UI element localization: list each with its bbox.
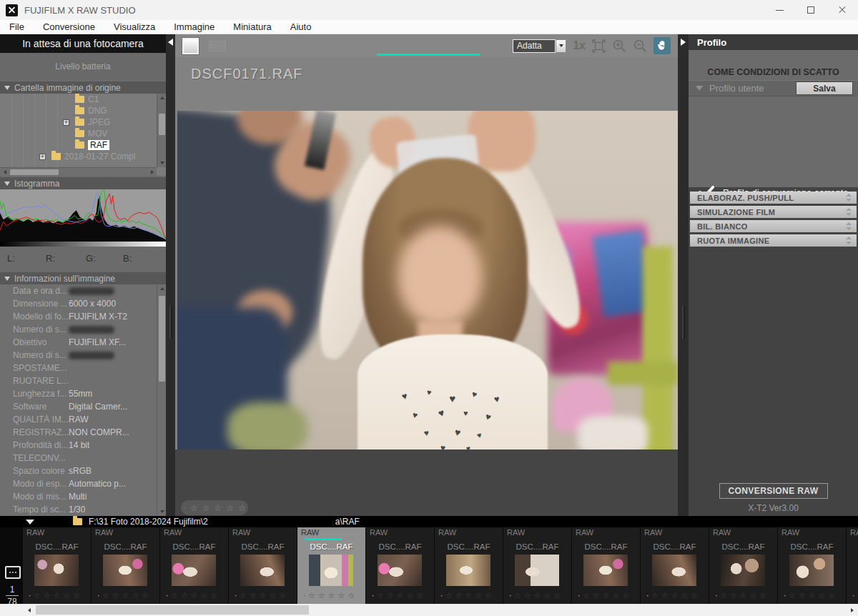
thumbnail-image[interactable] <box>240 555 285 586</box>
star-icon[interactable]: ☆ <box>818 591 825 600</box>
star-icon[interactable]: ☆ <box>190 503 198 513</box>
zoom-100-button[interactable]: 1x <box>573 39 585 53</box>
thumbnail-rating[interactable]: ·☆☆☆☆☆ <box>92 591 159 600</box>
thumbnail-cell[interactable]: RAWDSC....RAF·☆☆☆☆☆ <box>92 527 159 604</box>
scroll-right-arrow[interactable] <box>846 604 858 616</box>
thumbnail-image[interactable] <box>378 555 422 586</box>
menu-item-file[interactable]: File <box>0 20 34 34</box>
star-icon[interactable]: ☆ <box>132 591 139 600</box>
star-icon[interactable]: ☆ <box>612 591 619 600</box>
thumbnail-rating[interactable]: ·☆☆☆☆☆ <box>297 591 365 600</box>
thumbnail-image[interactable] <box>309 555 353 586</box>
star-icon[interactable]: ☆ <box>171 591 178 600</box>
thumbnail-rating[interactable]: ·☆☆☆☆☆ <box>709 591 777 600</box>
star-icon[interactable]: ☆ <box>202 503 210 513</box>
star-icon[interactable]: ☆ <box>534 591 541 600</box>
star-icon[interactable]: ☆ <box>455 591 463 600</box>
star-icon[interactable]: ☆ <box>34 591 41 600</box>
zoom-mode-select[interactable]: Adatta <box>513 39 566 53</box>
before-after-compare-button[interactable]: B A <box>209 41 226 51</box>
fit-screen-button[interactable] <box>591 39 606 53</box>
thumbnail-cell[interactable]: RAWDSC....RAF·☆☆☆☆☆ <box>503 527 571 604</box>
scroll-down-arrow[interactable] <box>157 507 166 516</box>
star-icon[interactable]: ☆ <box>260 591 267 600</box>
thumbnail-image[interactable] <box>172 555 216 586</box>
thumbnail-rating[interactable]: ·☆☆☆☆☆ <box>435 591 503 600</box>
collapse-left-panel-arrow-icon[interactable] <box>168 39 173 46</box>
tree-item-mov[interactable]: MOV <box>0 128 157 139</box>
scroll-left-arrow[interactable] <box>23 604 35 616</box>
thumbnail-cell[interactable]: RAWDSC....RAF·☆☆☆☆☆ <box>160 527 228 604</box>
thumbnail-grid-button[interactable] <box>5 566 21 579</box>
thumbnail-rating[interactable]: ·☆☆☆☆☆ <box>366 591 434 600</box>
star-icon[interactable]: ☆ <box>651 591 659 600</box>
scroll-up-arrow[interactable] <box>157 94 166 102</box>
star-icon[interactable]: ☆ <box>553 591 561 600</box>
star-icon[interactable]: ☆ <box>789 591 796 600</box>
thumbnail-rating[interactable]: ·☆☆☆☆☆ <box>23 591 91 600</box>
adjustment-bar-bil-bianco[interactable]: BIL. BIANCO <box>690 220 857 232</box>
adjustment-bar-elaboraz-push-pull[interactable]: ELABORAZ. PUSH/PULL <box>690 192 857 204</box>
user-profile-row[interactable]: Profilo utente Salva <box>689 80 858 96</box>
thumbnail-cell[interactable]: RAWDSC....RAF·☆☆☆☆☆ <box>778 527 846 604</box>
star-icon[interactable]: ☆ <box>583 591 590 600</box>
star-icon[interactable]: ☆ <box>681 591 688 600</box>
tree-item-jpeg[interactable]: +JPEG <box>0 116 157 128</box>
divider-drag-handle[interactable] <box>169 306 172 339</box>
star-icon[interactable]: ☆ <box>720 591 727 600</box>
expand-plus-icon[interactable]: + <box>39 154 46 160</box>
star-icon[interactable]: ☆ <box>416 591 423 600</box>
thumbnail-cell[interactable]: RAWDSC....RAF·☆☆☆☆☆ <box>297 527 365 604</box>
thumbnail-rating[interactable]: ·☆☆☆☆☆ <box>503 591 571 600</box>
star-icon[interactable]: ☆ <box>240 591 247 600</box>
scroll-up-arrow[interactable] <box>157 284 166 293</box>
star-icon[interactable]: ☆ <box>318 591 325 600</box>
scroll-thumb[interactable] <box>159 296 165 382</box>
menu-item-aiuto[interactable]: Aiuto <box>281 20 321 34</box>
star-icon[interactable]: ☆ <box>671 591 679 600</box>
thumbnail-cell[interactable]: RAWDSC....RAF·☆☆☆☆☆ <box>435 527 503 604</box>
thumbnail-rating[interactable]: ·☆☆☆☆☆ <box>229 591 297 600</box>
star-icon[interactable]: ☆ <box>250 591 257 600</box>
star-icon[interactable]: ☆ <box>210 591 217 600</box>
thumbnail-cell[interactable]: RAWDSC....RAF·☆☆☆☆☆ <box>23 527 91 604</box>
star-icon[interactable]: ☆ <box>102 591 109 600</box>
star-icon[interactable]: ☆ <box>799 591 806 600</box>
star-icon[interactable]: ☆ <box>593 591 600 600</box>
raw-conversion-button[interactable]: CONVERSIONE RAW <box>719 483 828 499</box>
star-icon[interactable]: ☆ <box>191 591 198 600</box>
thumbnail-image[interactable] <box>721 555 765 586</box>
star-icon[interactable]: ☆ <box>543 591 551 600</box>
scroll-down-arrow[interactable] <box>157 159 166 167</box>
star-icon[interactable]: ☆ <box>238 503 246 513</box>
star-icon[interactable]: ☆ <box>514 591 521 600</box>
thumbnail-image[interactable] <box>789 555 834 586</box>
star-icon[interactable]: ☆ <box>308 591 315 600</box>
single-view-button[interactable] <box>182 38 199 54</box>
thumbnail-image[interactable] <box>583 555 628 586</box>
menu-item-visualizza[interactable]: Visualizza <box>104 20 164 34</box>
star-icon[interactable]: ☆ <box>142 591 149 600</box>
star-icon[interactable]: ☆ <box>328 591 335 600</box>
star-icon[interactable]: ☆ <box>279 591 286 600</box>
star-icon[interactable]: ☆ <box>397 591 404 600</box>
scroll-thumb[interactable] <box>159 114 165 135</box>
star-icon[interactable]: ☆ <box>387 591 394 600</box>
scroll-thumb[interactable] <box>36 605 309 615</box>
zoom-out-button[interactable] <box>633 39 647 53</box>
star-icon[interactable]: ☆ <box>524 591 531 600</box>
star-icon[interactable]: ☆ <box>54 591 61 600</box>
thumbnail-image[interactable] <box>103 555 147 586</box>
thumbnail-image[interactable] <box>446 555 490 586</box>
thumbnail-rating[interactable]: ·☆☆☆☆☆ <box>847 591 858 600</box>
expand-chevron-icon[interactable] <box>846 237 852 244</box>
maximize-button[interactable] <box>795 0 827 20</box>
star-icon[interactable]: ☆ <box>269 591 276 600</box>
thumbnail-cell[interactable]: RAWDSC....RAF·☆☆☆☆☆ <box>229 527 297 604</box>
filmstrip-scrollbar[interactable] <box>0 604 858 616</box>
star-icon[interactable]: ☆ <box>485 591 492 600</box>
scroll-thumb[interactable] <box>10 169 59 175</box>
star-icon[interactable]: ☆ <box>730 591 737 600</box>
star-icon[interactable]: ☆ <box>475 591 482 600</box>
right-panel-divider[interactable] <box>678 34 689 516</box>
